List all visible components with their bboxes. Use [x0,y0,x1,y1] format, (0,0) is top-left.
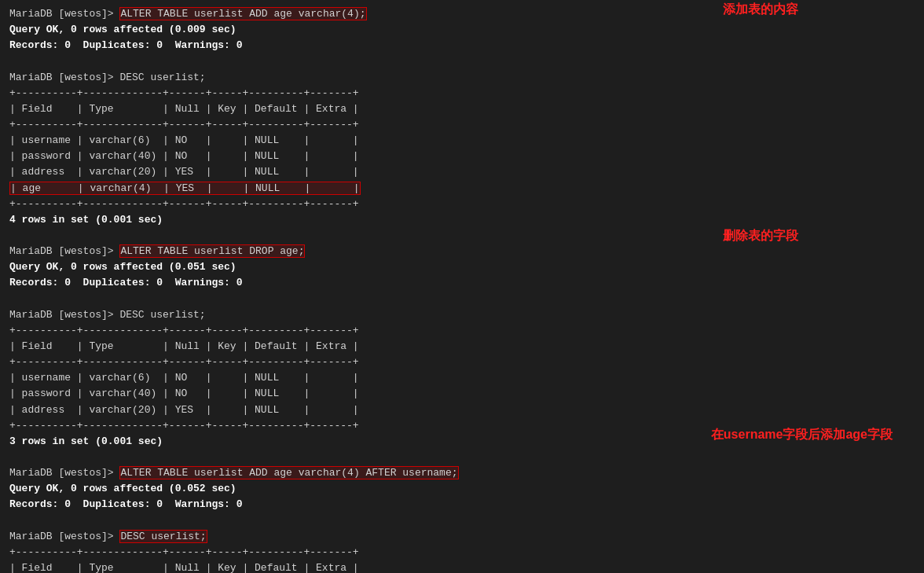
row-username1: | username | varchar(6) | NO | | NULL | … [9,133,915,149]
annotation-drop-field: 删除表的字段 [723,228,798,244]
line-after-rec: Records: 0 Duplicates: 0 Warnings: 0 [9,497,915,512]
annotation-add-after: 在username字段后添加age字段 [711,427,893,443]
row-password2: | password | varchar(40) | NO | | NULL |… [9,386,915,402]
line-drop-rec: Records: 0 Duplicates: 0 Warnings: 0 [9,275,915,291]
row-address2: | address | varchar(20) | YES | | NULL |… [9,402,915,418]
line-blank-1 [9,53,915,69]
table-border-mid1: +----------+-------------+------+-----+-… [9,117,915,133]
rows-4: 4 rows in set (0.001 sec) [9,212,915,228]
row-address1: | address | varchar(20) | YES | | NULL |… [9,164,915,180]
line-blank-4 [9,450,915,465]
cmd-add-age: ALTER TABLE userlist ADD age varchar(4); [119,7,366,20]
line-after-ok: Query OK, 0 rows affected (0.052 sec) [9,481,915,497]
row-age1: | age | varchar(4) | YES | | NULL | | [9,182,361,195]
line-blank-3 [9,292,915,307]
table-border-mid2: +----------+-------------+------+-----+-… [9,354,915,370]
annotation-add-content: 添加表的内容 [723,2,798,18]
line-desc1: MariaDB [westos]> DESC userlist; [9,70,915,86]
line-drop: MariaDB [westos]> ALTER TABLE userlist D… [9,244,915,259]
line-drop-ok: Query OK, 0 rows affected (0.051 sec) [9,259,915,275]
row-username2: | username | varchar(6) | NO | | NULL | … [9,370,915,386]
cmd-drop-age: ALTER TABLE userlist DROP age; [119,244,305,258]
table-border-bot1: +----------+-------------+------+-----+-… [9,197,915,212]
cmd-desc3: DESC userlist; [119,530,207,543]
line-desc2: MariaDB [westos]> DESC userlist; [9,307,915,323]
line-blank-5 [9,513,915,529]
line-add-after: MariaDB [westos]> ALTER TABLE userlist A… [9,465,915,481]
row-age1-wrap: | age | varchar(4) | YES | | NULL | | [9,181,915,197]
table-border-top1: +----------+-------------+------+-----+-… [9,86,915,101]
line-2: Query OK, 0 rows affected (0.009 sec) [9,22,915,38]
line-3: Records: 0 Duplicates: 0 Warnings: 0 [9,38,915,53]
cmd-add-after: ALTER TABLE userlist ADD age varchar(4) … [119,466,458,479]
row-password1: | password | varchar(40) | NO | | NULL |… [9,149,915,164]
line-desc3: MariaDB [westos]> DESC userlist; [9,529,915,545]
table-header2: | Field | Type | Null | Key | Default | … [9,339,915,354]
table-border-top2: +----------+-------------+------+-----+-… [9,323,915,339]
table-header3: | Field | Type | Null | Key | Default | … [9,560,915,573]
terminal-window: MariaDB [westos]> ALTER TABLE userlist A… [0,0,924,573]
table-border-top3: +----------+-------------+------+-----+-… [9,545,915,560]
table-header1: | Field | Type | Null | Key | Default | … [9,101,915,117]
